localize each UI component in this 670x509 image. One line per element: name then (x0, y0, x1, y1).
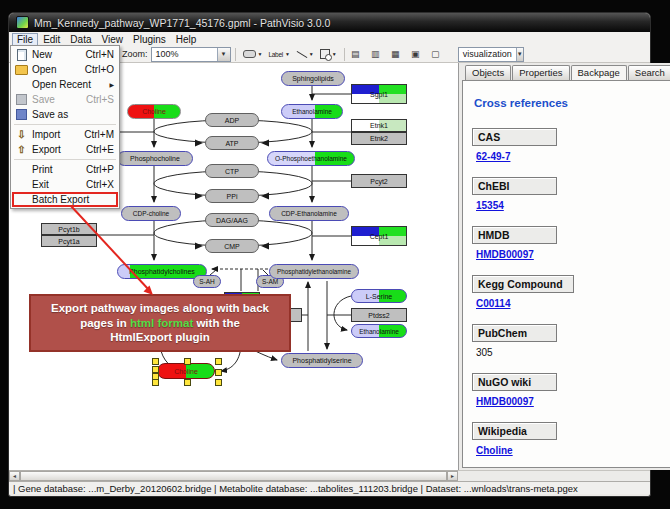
node-sah[interactable]: S-AH (193, 275, 221, 288)
scroll-left-icon[interactable]: ◄ (9, 471, 20, 481)
selection-handle[interactable] (152, 358, 159, 365)
annotation-callout: Export pathway images along with back pa… (29, 294, 291, 352)
node-ethanolamine-bottom[interactable]: Ethanolamine (351, 324, 407, 338)
scrollbar-thumb[interactable] (20, 471, 447, 481)
node-pcyt1b[interactable]: Pcyt1b (41, 223, 97, 235)
node-label: CDP-choline (122, 207, 180, 220)
node-label: Pcyt1a (42, 236, 96, 246)
tab-backpage[interactable]: Backpage (571, 65, 627, 80)
visualization-combobox[interactable]: visualization ▼ (458, 47, 524, 62)
align-center-icon[interactable]: ▤ (349, 47, 362, 61)
selection-handle[interactable] (152, 366, 159, 373)
menubar-item-edit[interactable]: Edit (38, 33, 65, 46)
submenu-arrow-icon: ▶ (109, 81, 114, 88)
menubar-item-view[interactable]: View (96, 33, 128, 46)
node-cdp-choline[interactable]: CDP-choline (121, 206, 181, 221)
line-tool-button[interactable]: ▼ (293, 47, 317, 62)
menu-item-label: Open (32, 64, 56, 75)
menubar-item-help[interactable]: Help (171, 33, 202, 46)
file-menu-item-save[interactable]: SaveCtrl+S (12, 92, 118, 107)
xref-value-chebi[interactable]: 15354 (476, 200, 670, 211)
node-etnk1[interactable]: Etnk1 (351, 119, 407, 132)
node-phosphatidylserine[interactable]: Phosphatidylserine (281, 353, 363, 368)
screenshot-root: { "window": { "title": "Mm_Kennedy_pathw… (0, 0, 670, 509)
node-label: DAG/AAG (206, 214, 258, 226)
node-sgpl1[interactable]: Sgpl1 (351, 84, 407, 104)
node-label: Sphingolipids (282, 72, 344, 85)
selection-handle[interactable] (215, 358, 222, 365)
gene-tool-button[interactable]: ▼ (240, 47, 266, 62)
chevron-down-icon[interactable]: ▼ (217, 48, 230, 61)
match-size-icon[interactable]: ▢ (429, 47, 442, 61)
selection-handle[interactable] (152, 373, 159, 380)
file-menu-item-open-recent[interactable]: Open Recent▶ (12, 77, 118, 92)
menu-item-label: Save (32, 94, 55, 105)
file-menu-item-import[interactable]: ⇩ImportCtrl+M (12, 127, 118, 142)
node-pcyt1a[interactable]: Pcyt1a (41, 235, 97, 247)
blank-icon (14, 164, 29, 176)
file-menu-item-save-as[interactable]: Save as (12, 107, 118, 122)
node-dag-aag[interactable]: DAG/AAG (205, 213, 259, 227)
file-menu-item-print[interactable]: PrintCtrl+P (12, 162, 118, 177)
node-phosphatidylethanolamine[interactable]: Phosphatidylethanolamine (269, 264, 359, 279)
node-o-phosphoethanolamine[interactable]: O-Phosphoethanolamine (267, 151, 355, 166)
distribute-horizontal-icon[interactable]: ▦ (389, 47, 402, 61)
tab-properties[interactable]: Properties (512, 65, 569, 80)
xref-value-wikipedia[interactable]: Choline (476, 445, 670, 456)
tab-objects[interactable]: Objects (465, 65, 511, 80)
node-ptdss2[interactable]: Ptdss2 (351, 308, 407, 322)
menubar-item-plugins[interactable]: Plugins (128, 33, 171, 46)
selection-handle[interactable] (152, 379, 159, 386)
shape-tool-button[interactable]: ▼ (317, 47, 340, 62)
file-menu-item-exit[interactable]: ExitCtrl+X (12, 177, 118, 192)
selection-handle[interactable] (184, 379, 191, 386)
node-phosphocholine[interactable]: Phosphocholine (117, 151, 193, 166)
save-icon (14, 94, 29, 106)
canvas-horizontal-scrollbar[interactable]: ◄ ► (9, 470, 458, 481)
node-etnk2[interactable]: Etnk2 (351, 132, 407, 145)
chevron-down-icon[interactable]: ▼ (516, 48, 523, 61)
xref-value-cas[interactable]: 62-49-7 (476, 151, 670, 162)
file-menu-item-open[interactable]: OpenCtrl+O (12, 62, 118, 77)
xref-value-kegg-compound[interactable]: C00114 (476, 298, 670, 309)
node-cept1[interactable]: Cept1 (351, 226, 407, 246)
distribute-vertical-icon[interactable]: ▣ (409, 47, 422, 61)
node-l-serine[interactable]: L-Serine (351, 289, 407, 303)
app-icon (16, 16, 29, 29)
file-menu-item-batch-export[interactable]: Batch Export (12, 192, 118, 207)
node-choline-selected[interactable]: Choline (157, 363, 215, 379)
align-vertical-icon[interactable]: ▥ (369, 47, 382, 61)
node-sphingolipids[interactable]: Sphingolipids (281, 71, 345, 86)
menubar-item-file[interactable]: File (12, 33, 38, 46)
node-cmp[interactable]: CMP (205, 239, 259, 253)
node-ppi[interactable]: PPi (205, 189, 259, 203)
selection-handle[interactable] (215, 369, 222, 376)
scroll-right-icon[interactable]: ► (447, 471, 458, 481)
node-ethanolamine-top[interactable]: Ethanolamine (281, 104, 343, 119)
node-atp[interactable]: ATP (205, 136, 259, 150)
chevron-down-icon: ▼ (309, 51, 314, 57)
menu-item-shortcut: Ctrl+M (84, 129, 114, 140)
node-label: Etnk2 (352, 133, 406, 144)
annotation-line3: HtmlExport plugin (31, 330, 289, 345)
menu-item-shortcut: Ctrl+O (85, 64, 114, 75)
zoom-combobox[interactable]: 100% ▼ (151, 47, 231, 62)
title-bar[interactable]: Mm_Kennedy_pathway_WP1771_45176.gpml - P… (9, 13, 650, 32)
node-choline-top[interactable]: Choline (127, 104, 181, 119)
label-tool-button[interactable]: Label ▼ (265, 47, 292, 62)
xref-header-chebi: ChEBI (472, 177, 557, 195)
selection-handle[interactable] (184, 358, 191, 365)
tab-search[interactable]: Search (628, 65, 670, 80)
open-folder-icon (14, 64, 29, 76)
xref-value-nugo-wiki[interactable]: HMDB00097 (476, 396, 670, 407)
node-pcyt2[interactable]: Pcyt2 (351, 174, 407, 188)
file-menu-item-export[interactable]: ⇧ExportCtrl+E (12, 142, 118, 157)
node-ctp[interactable]: CTP (205, 164, 259, 178)
menubar-item-data[interactable]: Data (65, 33, 96, 46)
selection-handle[interactable] (215, 379, 222, 386)
xref-value-hmdb[interactable]: HMDB00097 (476, 249, 670, 260)
node-cdp-ethanolamine[interactable]: CDP-Ethanolamine (269, 206, 349, 221)
node-adp[interactable]: ADP (205, 113, 259, 127)
file-menu-item-new[interactable]: NewCtrl+N (12, 47, 118, 62)
save-as-icon (14, 109, 29, 121)
